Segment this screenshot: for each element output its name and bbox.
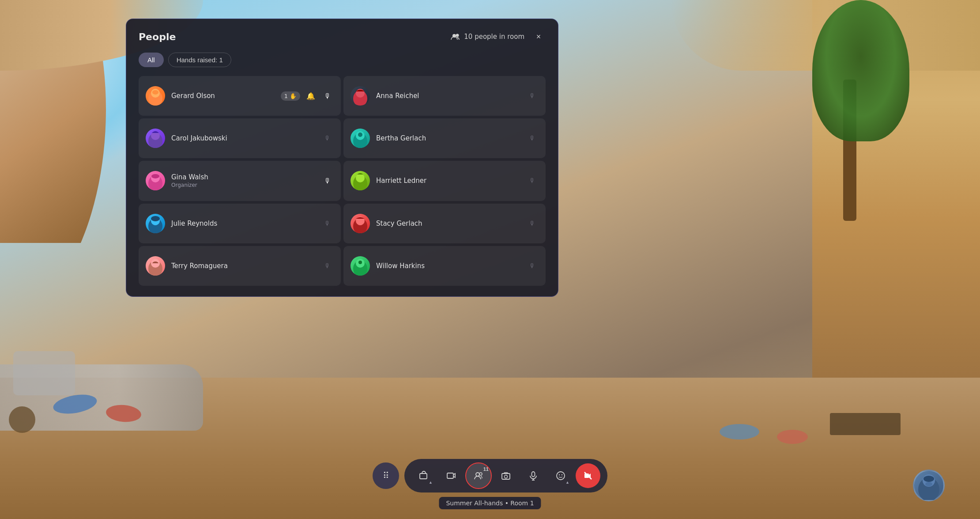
people-group-icon [451,33,460,40]
share-chevron: ▲ [429,480,433,485]
avatar-terry [146,256,165,276]
tab-hands-raised[interactable]: Hands raised: 1 [168,53,231,67]
person-name-gina: Gina Walsh [171,173,315,181]
person-actions-willow: 🎙 [526,260,539,272]
avatar-img-gina [147,171,164,190]
mic-muted-icon-terry[interactable]: 🎙 [321,260,334,272]
person-actions-julie: 🎙 [321,217,334,230]
person-info-terry: Terry Romaguera [171,262,315,270]
tab-all[interactable]: All [139,53,164,67]
toolbar-tooltip: Summer All-hands • Room 1 [439,497,541,509]
cushion-blue-right [720,424,759,439]
svg-point-16 [356,174,365,182]
camera-icon [501,471,511,481]
emoji-button[interactable]: ▲ [548,463,573,488]
tree-canopy [812,0,909,141]
person-info-anna: Anna Reichel [376,92,520,100]
person-actions-gina: 🎙 [321,174,334,187]
end-button[interactable] [576,463,600,488]
person-info-julie: Julie Reynolds [171,220,315,227]
svg-point-32 [505,475,508,478]
mic-icon-gerard[interactable]: 🎙 [321,90,334,102]
avatar-img-gerard [147,86,164,106]
people-panel: People 10 people in room × All Hands rai… [126,19,558,297]
svg-point-14 [151,174,159,178]
mic-muted-icon-stacy[interactable]: 🎙 [526,217,539,230]
mic-muted-icon-willow[interactable]: 🎙 [526,260,539,272]
apps-button[interactable]: ⠿ [373,462,399,489]
person-card-terry[interactable]: Terry Romaguera 🎙 [139,246,341,286]
close-button[interactable]: × [531,30,546,44]
svg-point-1 [456,34,459,37]
share-button[interactable]: ▲ [411,463,436,488]
person-card-gerard[interactable]: Gerard Olson 1 ✋ 🔔 🎙 [139,76,341,116]
svg-point-26 [358,261,362,264]
person-card-gina[interactable]: Gina Walsh Organizer 🎙 [139,161,341,201]
person-card-willow[interactable]: Willow Harkins 🎙 [343,246,546,286]
mic-icon-gina[interactable]: 🎙 [321,174,334,187]
camera-button[interactable] [494,463,518,488]
avatar-img-stacy [351,214,369,233]
svg-point-4 [152,90,158,95]
avatar-carol [146,129,165,148]
people-icon [474,471,483,480]
emoji-icon [556,471,565,481]
svg-rect-33 [532,472,535,477]
current-user-avatar[interactable] [913,470,945,501]
end-call-icon [583,470,593,481]
avatar-current-user [916,471,942,500]
people-button[interactable]: 11 [466,463,491,488]
avatar-img-harriett [351,171,369,190]
svg-point-37 [559,474,560,475]
person-actions-anna: 🎙 [526,90,539,102]
avatar-bertha [351,129,370,148]
person-name-terry: Terry Romaguera [171,262,315,270]
person-name-gerard: Gerard Olson [171,92,275,100]
person-card-bertha[interactable]: Bertha Gerlach 🎙 [343,118,546,158]
video-button[interactable] [439,463,464,488]
hand-count: 1 [284,93,288,99]
bg-sofa-back [13,351,75,395]
person-card-anna[interactable]: Anna Reichel 🎙 [343,76,546,116]
person-name-willow: Willow Harkins [376,262,520,270]
person-card-carol[interactable]: Carol Jakubowski 🎙 [139,118,341,158]
svg-point-36 [557,472,565,480]
hand-emoji: ✋ [290,93,297,99]
person-info-gerard: Gerard Olson [171,92,275,100]
svg-point-29 [476,473,479,476]
person-name-bertha: Bertha Gerlach [376,134,520,142]
person-actions-bertha: 🎙 [526,132,539,144]
panel-header-right: 10 people in room × [451,30,546,44]
person-info-willow: Willow Harkins [376,262,520,270]
mic-muted-icon-bertha[interactable]: 🎙 [526,132,539,144]
svg-point-44 [925,482,932,486]
grid-icon: ⠿ [383,470,389,481]
avatar-harriett [351,171,370,190]
cushion-red-right [777,430,808,444]
share-icon [419,471,429,481]
avatar-img-terry [147,256,164,276]
avatar-julie [146,214,165,233]
toolbar-pill: ▲ 11 [404,459,607,492]
person-card-julie[interactable]: Julie Reynolds 🎙 [139,204,341,243]
avatar-img-anna [351,86,369,106]
person-actions-harriett: 🎙 [526,174,539,187]
mic-button[interactable] [521,463,546,488]
svg-point-43 [923,476,934,482]
person-actions-terry: 🎙 [321,260,334,272]
close-icon: × [536,32,541,42]
mic-muted-icon-harriett[interactable]: 🎙 [526,174,539,187]
person-name-julie: Julie Reynolds [171,220,315,227]
person-actions-stacy: 🎙 [526,217,539,230]
mic-muted-icon-carol[interactable]: 🎙 [321,132,334,144]
person-name-stacy: Stacy Gerlach [376,220,520,227]
mic-muted-icon-anna[interactable]: 🎙 [526,90,539,102]
avatar-img-willow [351,256,369,276]
person-card-stacy[interactable]: Stacy Gerlach 🎙 [343,204,546,243]
bell-icon-gerard[interactable]: 🔔 [305,90,317,102]
avatar-willow [351,256,370,276]
person-card-harriett[interactable]: Harriett Ledner 🎙 [343,161,546,201]
person-actions-gerard: 1 ✋ 🔔 🎙 [281,90,334,102]
hand-badge-gerard: 1 ✋ [281,91,300,101]
mic-muted-icon-julie[interactable]: 🎙 [321,217,334,230]
